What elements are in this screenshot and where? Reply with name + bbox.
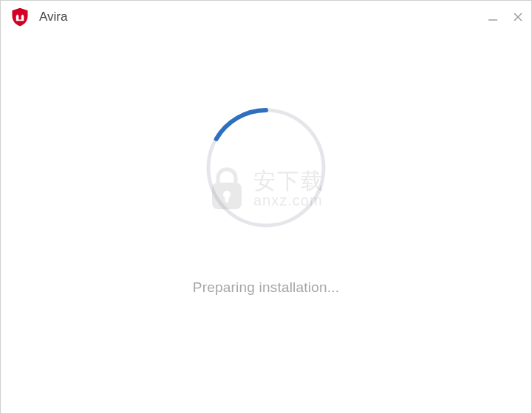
window-controls <box>485 1 525 33</box>
avira-logo-icon <box>10 7 30 27</box>
titlebar: Avira <box>1 1 531 33</box>
content-area: 安下载 anxz.com Preparing installation... <box>1 33 531 413</box>
progress-spinner <box>205 106 327 229</box>
app-title: Avira <box>39 10 67 24</box>
close-button[interactable] <box>511 10 525 24</box>
minimize-button[interactable] <box>485 10 500 24</box>
status-message: Preparing installation... <box>193 279 339 296</box>
